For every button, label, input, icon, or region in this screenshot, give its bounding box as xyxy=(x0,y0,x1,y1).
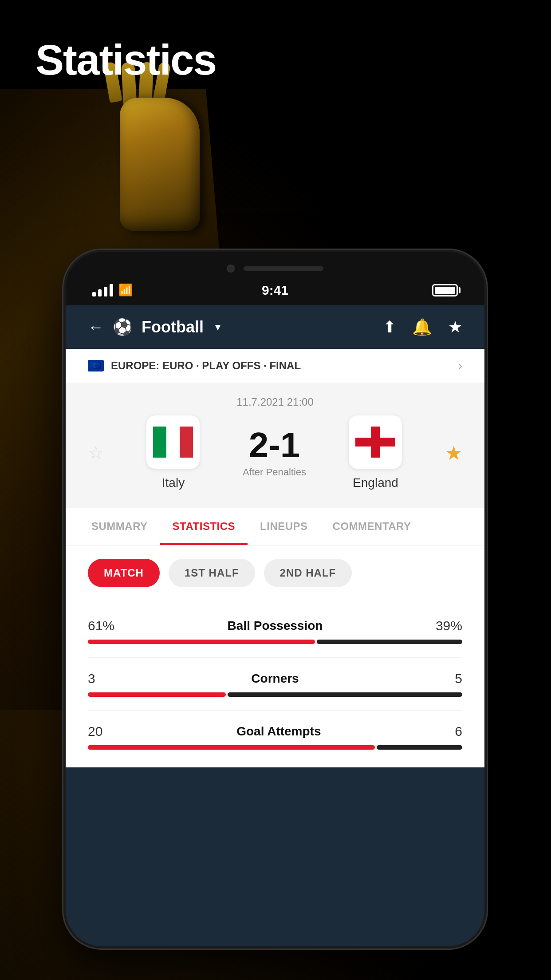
competition-text: EUROPE: EURO · PLAY OFFS · FINAL xyxy=(111,360,301,372)
england-name: England xyxy=(353,476,398,490)
filter-2nd-half[interactable]: 2ND HALF xyxy=(264,559,352,587)
bell-icon[interactable]: 🔔 xyxy=(412,318,432,336)
match-score: 2-1 xyxy=(243,427,306,463)
nav-title: Football xyxy=(142,318,204,336)
wifi-icon: 📶 xyxy=(118,283,133,297)
back-button[interactable]: ← xyxy=(88,318,104,336)
page-title: Statistics xyxy=(35,36,216,84)
italy-white xyxy=(166,427,180,458)
app-content: ← ⚽ Football ▾ ⬆ 🔔 ★ 🇪🇺 EUROPE: EURO · P… xyxy=(66,305,484,946)
stat-row-possession: 61% Ball Possession 39% xyxy=(88,605,462,658)
competition-banner[interactable]: 🇪🇺 EUROPE: EURO · PLAY OFFS · FINAL › xyxy=(66,349,484,383)
goals-bar-right xyxy=(377,745,462,750)
score-note: After Penalties xyxy=(243,466,306,478)
match-row: ☆ Italy 2-1 xyxy=(88,415,462,490)
status-bar: 📶 9:41 xyxy=(92,283,458,297)
cross-vertical xyxy=(371,427,380,458)
battery-icon xyxy=(432,284,458,296)
corners-label: Corners xyxy=(251,672,299,686)
italy-red xyxy=(180,427,193,458)
battery-fill xyxy=(435,287,455,294)
bar-3 xyxy=(104,287,107,296)
filter-1st-half[interactable]: 1ST HALF xyxy=(169,559,255,587)
goals-bar-container xyxy=(88,745,462,750)
possession-bar-container xyxy=(88,640,462,644)
bar-4 xyxy=(110,284,113,296)
corners-left-value: 3 xyxy=(88,671,95,686)
corners-bar-right xyxy=(228,692,462,697)
nav-left: ← ⚽ Football ▾ xyxy=(88,318,220,336)
goals-label: Goal Attempts xyxy=(236,724,321,739)
competition-left: 🇪🇺 EUROPE: EURO · PLAY OFFS · FINAL xyxy=(88,360,301,372)
bar-2 xyxy=(98,289,102,296)
bar-1 xyxy=(92,292,96,296)
stat-labels-corners: 3 Corners 5 xyxy=(88,671,462,686)
eu-flag: 🇪🇺 xyxy=(88,360,104,371)
italy-name: Italy xyxy=(162,476,185,490)
england-flag-container xyxy=(349,415,402,469)
stat-labels-goals: 20 Goal Attempts 6 xyxy=(88,724,462,739)
italy-flag xyxy=(153,427,193,458)
tabs-bar: SUMMARY STATISTICS LINEUPS COMMENTARY xyxy=(66,508,484,545)
phone-camera xyxy=(227,265,235,273)
corners-bar-left xyxy=(88,692,226,697)
football-icon: ⚽ xyxy=(113,318,133,336)
signal-bars xyxy=(92,284,113,296)
match-date: 11.7.2021 21:00 xyxy=(88,396,462,408)
score-block: 2-1 After Penalties xyxy=(243,427,306,478)
team-england: England xyxy=(349,415,402,490)
status-time: 9:41 xyxy=(262,283,288,298)
possession-label: Ball Possession xyxy=(228,619,323,633)
goals-right-value: 6 xyxy=(455,724,462,739)
glove-illustration xyxy=(98,98,222,266)
competition-chevron: › xyxy=(458,359,462,373)
italy-flag-container xyxy=(146,415,200,469)
phone-speaker xyxy=(244,266,323,271)
nav-right: ⬆ 🔔 ★ xyxy=(383,318,462,336)
england-flag xyxy=(355,427,395,458)
stat-labels-possession: 61% Ball Possession 39% xyxy=(88,618,462,633)
phone-inner: 📶 9:41 ← ⚽ Football ▾ ⬆ 🔔 ★ xyxy=(66,252,484,946)
possession-bar-right xyxy=(317,640,462,644)
team-italy: Italy xyxy=(146,415,200,490)
share-icon[interactable]: ⬆ xyxy=(383,318,396,336)
tab-commentary[interactable]: COMMENTARY xyxy=(320,508,424,545)
stats-area: 61% Ball Possession 39% 3 Corners 5 xyxy=(66,601,484,767)
status-left: 📶 xyxy=(92,283,136,297)
match-star-gold[interactable]: ★ xyxy=(445,442,462,464)
stat-row-goals: 20 Goal Attempts 6 xyxy=(88,711,462,763)
dropdown-icon[interactable]: ▾ xyxy=(215,321,220,333)
filter-match[interactable]: MATCH xyxy=(88,559,160,587)
corners-right-value: 5 xyxy=(455,671,462,686)
tab-summary[interactable]: SUMMARY xyxy=(79,508,160,545)
goals-left-value: 20 xyxy=(88,724,102,739)
phone-frame: 📶 9:41 ← ⚽ Football ▾ ⬆ 🔔 ★ xyxy=(62,249,488,950)
tab-lineups[interactable]: LINEUPS xyxy=(248,508,320,545)
stat-row-corners: 3 Corners 5 xyxy=(88,658,462,711)
possession-left-value: 61% xyxy=(88,618,114,633)
tab-statistics[interactable]: STATISTICS xyxy=(160,508,248,545)
filter-bar: MATCH 1ST HALF 2ND HALF xyxy=(66,545,484,601)
goals-bar-left xyxy=(88,745,375,750)
match-star-fav[interactable]: ☆ xyxy=(88,443,104,463)
match-card: 11.7.2021 21:00 ☆ Italy xyxy=(66,383,484,508)
possession-right-value: 39% xyxy=(436,618,462,633)
corners-bar-container xyxy=(88,692,462,697)
favorite-star-icon[interactable]: ★ xyxy=(448,318,462,336)
possession-bar-left xyxy=(88,640,315,644)
phone-notch xyxy=(227,265,323,273)
nav-bar: ← ⚽ Football ▾ ⬆ 🔔 ★ xyxy=(66,305,484,349)
italy-green xyxy=(153,427,166,458)
